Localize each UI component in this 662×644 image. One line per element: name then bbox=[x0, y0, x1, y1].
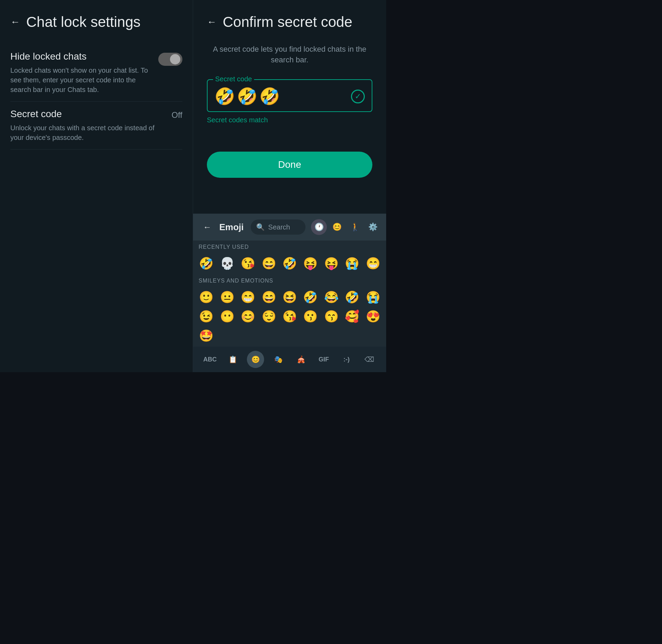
field-content: 🤣🤣🤣 ✓ bbox=[214, 87, 365, 106]
list-item[interactable]: 😝 bbox=[321, 254, 342, 273]
sticker-button[interactable]: 🎭 bbox=[270, 352, 287, 366]
keyboard-header: ← Emoji 🔍 Search 🕐 😊 🚶 ⚙️ bbox=[193, 214, 386, 241]
keyboard-tab-smiley[interactable]: 😊 bbox=[329, 219, 345, 235]
emoji-icon: 😊 bbox=[251, 355, 260, 364]
list-item[interactable]: 😶 bbox=[217, 307, 237, 326]
list-item[interactable]: 😆 bbox=[279, 287, 300, 307]
list-item[interactable]: 🤣 bbox=[196, 254, 217, 273]
hide-locked-chats-desc: Locked chats won't show on your chat lis… bbox=[10, 65, 151, 94]
keyboard-tabs: 🕐 😊 🚶 ⚙️ bbox=[311, 219, 381, 235]
search-icon: 🔍 bbox=[256, 223, 265, 231]
right-panel-content: ← Confirm secret code A secret code lets… bbox=[193, 0, 386, 214]
list-item[interactable]: 🤣 bbox=[279, 254, 300, 273]
secret-code-value: Off bbox=[171, 110, 182, 120]
list-item[interactable]: 🙂 bbox=[196, 287, 217, 307]
list-item[interactable]: 🥰 bbox=[342, 307, 362, 326]
keyboard-bottom-bar: ABC 📋 😊 🎭 🎪 GIF :-) ⌫ bbox=[193, 347, 386, 372]
secret-code-input: 🤣🤣🤣 bbox=[214, 87, 282, 106]
hide-locked-chats-toggle[interactable] bbox=[158, 53, 182, 66]
sticker2-button[interactable]: 🎪 bbox=[292, 352, 310, 366]
recently-used-label: RECENTLY USED bbox=[193, 241, 386, 252]
right-panel: ← Confirm secret code A secret code lets… bbox=[193, 0, 386, 372]
clipboard-icon: 📋 bbox=[229, 355, 237, 364]
smileys-grid: 🙂 😐 😁 😄 😆 🤣 😂 🤣 😭 😉 😶 😊 😌 😘 😗 😙 🥰 😍 🤩 bbox=[193, 286, 386, 347]
hide-locked-chats-setting: Hide locked chats Locked chats won't sho… bbox=[10, 44, 182, 102]
right-panel-title: Confirm secret code bbox=[223, 14, 352, 30]
match-text: Secret codes match bbox=[207, 116, 372, 124]
backspace-button[interactable]: ⌫ bbox=[361, 352, 378, 366]
emoticon-button[interactable]: :-) bbox=[338, 352, 355, 366]
sticker-icon: 🎭 bbox=[274, 355, 283, 364]
list-item[interactable]: 😘 bbox=[279, 307, 300, 326]
list-item[interactable]: 😗 bbox=[300, 307, 321, 326]
list-item[interactable]: 😍 bbox=[363, 307, 383, 326]
list-item[interactable]: 😌 bbox=[258, 307, 279, 326]
confirm-code-subtitle: A secret code lets you find locked chats… bbox=[207, 44, 372, 65]
list-item[interactable]: 😁 bbox=[238, 287, 258, 307]
clipboard-button[interactable]: 📋 bbox=[224, 352, 241, 366]
right-panel-header: ← Confirm secret code bbox=[207, 14, 372, 30]
left-panel-header: ← Chat lock settings bbox=[10, 14, 182, 30]
backspace-icon: ⌫ bbox=[364, 355, 374, 364]
left-panel: ← Chat lock settings Hide locked chats L… bbox=[0, 0, 193, 372]
list-item[interactable]: 😝 bbox=[300, 254, 321, 273]
secret-code-setting: Secret code Unlock your chats with a sec… bbox=[10, 102, 182, 150]
keyboard-tab-people[interactable]: 🚶 bbox=[347, 219, 363, 235]
list-item[interactable]: 🤣 bbox=[300, 287, 321, 307]
left-panel-title: Chat lock settings bbox=[26, 14, 141, 30]
check-icon: ✓ bbox=[351, 90, 365, 103]
left-back-arrow[interactable]: ← bbox=[10, 17, 20, 28]
done-button[interactable]: Done bbox=[207, 152, 372, 178]
list-item[interactable]: 😙 bbox=[321, 307, 342, 326]
list-item[interactable]: 😂 bbox=[321, 287, 342, 307]
list-item[interactable]: 😊 bbox=[238, 307, 258, 326]
hide-locked-chats-info: Hide locked chats Locked chats won't sho… bbox=[10, 51, 158, 94]
hide-locked-chats-title: Hide locked chats bbox=[10, 51, 151, 62]
list-item[interactable]: 😉 bbox=[196, 307, 217, 326]
list-item[interactable]: 😭 bbox=[342, 254, 362, 273]
list-item[interactable]: 😁 bbox=[363, 254, 383, 273]
recently-used-grid: 🤣 💀 😘 😄 🤣 😝 😝 😭 😁 bbox=[193, 252, 386, 274]
settings-icon: ⚙️ bbox=[368, 223, 378, 232]
list-item[interactable]: 🤩 bbox=[196, 326, 217, 345]
list-item[interactable]: 😄 bbox=[258, 287, 279, 307]
field-label: Secret code bbox=[213, 75, 254, 83]
gif-button[interactable]: GIF bbox=[315, 352, 332, 366]
secret-code-info: Secret code Unlock your chats with a sec… bbox=[10, 109, 171, 142]
keyboard-title: Emoji bbox=[219, 222, 244, 233]
list-item[interactable]: 🤣 bbox=[342, 287, 362, 307]
secret-code-field[interactable]: Secret code 🤣🤣🤣 ✓ bbox=[207, 79, 372, 112]
smiley-icon: 😊 bbox=[332, 223, 342, 232]
gif-label: GIF bbox=[319, 356, 329, 363]
abc-button[interactable]: ABC bbox=[201, 352, 219, 366]
emoji-button[interactable]: 😊 bbox=[247, 351, 264, 368]
secret-code-title: Secret code bbox=[10, 109, 164, 120]
emoji-keyboard: ← Emoji 🔍 Search 🕐 😊 🚶 ⚙️ bbox=[193, 214, 386, 372]
list-item[interactable]: 💀 bbox=[217, 254, 237, 273]
keyboard-tab-recent[interactable]: 🕐 bbox=[311, 219, 327, 235]
list-item[interactable]: 😘 bbox=[238, 254, 258, 273]
smileys-label: SMILEYS AND EMOTIONS bbox=[193, 274, 386, 286]
keyboard-search[interactable]: 🔍 Search bbox=[251, 219, 305, 235]
people-icon: 🚶 bbox=[350, 223, 360, 232]
keyboard-search-placeholder: Search bbox=[268, 223, 290, 231]
sticker2-icon: 🎪 bbox=[297, 355, 305, 364]
recent-icon: 🕐 bbox=[314, 223, 324, 232]
right-back-arrow[interactable]: ← bbox=[207, 17, 217, 28]
emoticon-label: :-) bbox=[343, 356, 350, 363]
list-item[interactable]: 😭 bbox=[363, 287, 383, 307]
keyboard-back-button[interactable]: ← bbox=[199, 218, 216, 236]
keyboard-tab-settings[interactable]: ⚙️ bbox=[365, 219, 381, 235]
secret-code-desc: Unlock your chats with a secret code ins… bbox=[10, 123, 164, 142]
abc-label: ABC bbox=[203, 356, 217, 363]
list-item[interactable]: 😄 bbox=[258, 254, 279, 273]
list-item[interactable]: 😐 bbox=[217, 287, 237, 307]
